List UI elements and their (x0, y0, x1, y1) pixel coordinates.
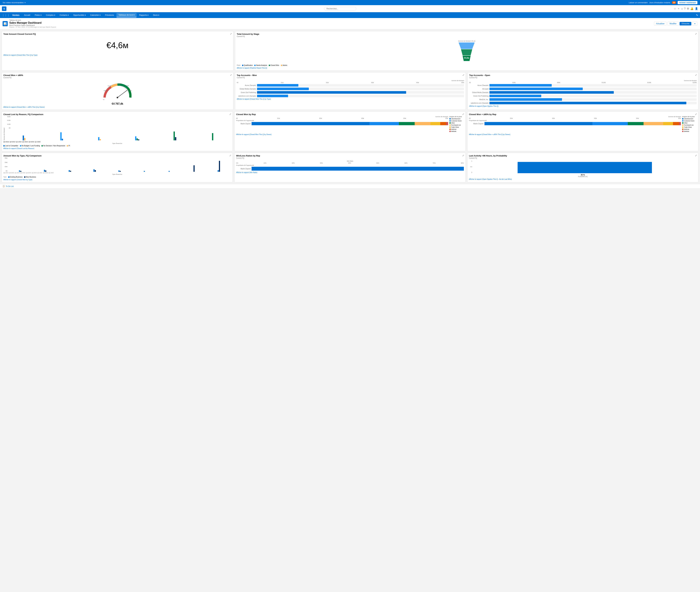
expand-closed-won[interactable]: ⤢ (230, 74, 232, 76)
won-80-rep-chart: Somme de Montant €0€1м€2м€3м€4м€5м Propr… (469, 116, 681, 126)
bar-row-acme-open: Acme (Sample) (469, 84, 697, 87)
legend-autres: Autres (281, 64, 287, 66)
bar-fill (489, 91, 614, 94)
link-closed-won-gauge[interactable]: Afficher le rapport (Closed Won + ≥80% T… (3, 106, 232, 108)
buy-now-button[interactable]: Acheter maintenant (678, 1, 697, 4)
win-ratio-yaxis-label: Propriétaire de l'opportunité (236, 164, 464, 166)
dashboard-subtitle: Best Practices Sales Dashboard (9, 24, 56, 26)
top-won-axis-label: Somme de Montant (237, 80, 464, 82)
legend-80-customer-event: Customer Event (682, 120, 697, 122)
expand-won-type[interactable]: ⤢ (229, 154, 231, 157)
link-by-stage[interactable]: Afficher le rapport (Pipeline Report Thi… (237, 67, 697, 69)
win-ratio-bar (252, 167, 464, 170)
bar-label: Acme (Sample) (469, 85, 488, 86)
last-activity-bar (518, 162, 652, 173)
expand-won-80-rep[interactable]: ⤢ (695, 113, 697, 115)
legend-80-advertisement: Advertisement (682, 118, 697, 119)
home-icon[interactable]: ⌂ (681, 7, 683, 10)
bar-track (257, 95, 464, 97)
bar-fill (489, 88, 583, 90)
svg-text:€4,8м: €4,8м (128, 90, 132, 91)
bar-q3-2015 (107, 159, 132, 172)
link-won-80-rep[interactable]: Afficher le rapport (Closed Won + ≥80% T… (469, 134, 697, 135)
expand-last-activity[interactable]: ⤢ (695, 154, 697, 157)
sinscrire-button[interactable]: S'inscrire (680, 22, 691, 26)
menu-pistes[interactable]: Pistes ▾ (33, 13, 43, 17)
card-top-accounts-won: Top Accounts - Won Current FQ ⤢ Somme de… (235, 72, 466, 110)
won-rep-legend: Origine de la piste Advertisement Custom… (449, 116, 464, 133)
bar-row-sf-open: salesforce.com (Sample) (469, 102, 697, 104)
bar-q1-2023 (182, 159, 206, 172)
menu-rapports[interactable]: Rapports ▾ (137, 13, 150, 17)
bar-track (489, 102, 697, 104)
top-open-bars: Acme (Sample) AirLiquid Global Media (Sa… (469, 84, 697, 104)
menu-tableaux-de-bord[interactable]: Tableaux de bord ▾ (116, 13, 137, 17)
card-title-top-won: Top Accounts - Won (237, 74, 464, 77)
link-top-open[interactable]: Afficher le rapport (Open Oppties This Q… (469, 105, 697, 107)
bar-track (489, 84, 697, 87)
won-type-yaxis: €6м€4м€2м€0 (3, 157, 7, 172)
link-won-type[interactable]: Afficher le rapport (Closed Won by Type) (3, 179, 231, 181)
link-top-won[interactable]: Afficher le rapport (Closed Won This Q b… (237, 98, 464, 100)
bar-track (257, 84, 464, 87)
user-icon[interactable]: 👤 (695, 7, 698, 10)
search-input[interactable] (324, 7, 356, 11)
notifications-icon[interactable]: 🔔 (690, 7, 694, 10)
expand-total-closed[interactable]: ⤢ (230, 33, 232, 35)
todo-text[interactable]: To Do List (6, 185, 14, 187)
won-80-rep-yaxis-label: Propriétaire de l'opportunité (469, 120, 681, 121)
settings-icon[interactable]: ⚙ (687, 7, 689, 10)
expand-top-won[interactable]: ⤢ (463, 74, 464, 76)
legend-lost-competitor: Lost to Competitor (3, 145, 18, 147)
legend-trade-show: Trade Show (449, 126, 464, 128)
bar-q2-2015 (83, 159, 107, 172)
bar-fill (257, 84, 299, 87)
edit-icon[interactable]: ✎ (696, 14, 698, 17)
menu-devis[interactable]: Devis ▾ (151, 13, 161, 17)
dashboard-header: 📊 Tableau de bord Sales Manager Dashboar… (0, 18, 700, 30)
card-subtitle-top-open: Current FQ (469, 77, 697, 79)
last-activity-note: 35 % (469, 174, 697, 176)
menu-contacts[interactable]: Contacts ▾ (58, 13, 71, 17)
expand-closed-lost[interactable]: ⤢ (229, 113, 231, 115)
expand-won-rep[interactable]: ⤢ (462, 113, 464, 115)
actualiser-button[interactable]: Actualiser (654, 22, 667, 26)
legend-label-closed-won: Closed Won (271, 64, 279, 66)
more-options-button[interactable]: ▾ (692, 22, 697, 26)
banner-trial-text: Jours d'évaluation restants (649, 2, 670, 4)
expand-by-stage[interactable]: ⤢ (695, 33, 697, 35)
top-open-axis-label: Somme de Montant (469, 80, 697, 82)
link-won-rep[interactable]: Afficher le rapport (Closed Won This Q b… (236, 134, 464, 135)
menu-accueil[interactable]: Accueil (22, 13, 32, 17)
help-icon[interactable]: ? (684, 7, 686, 10)
add-icon[interactable]: ＋ (677, 7, 680, 10)
bar-track (489, 91, 697, 94)
app-name: Ventes (10, 13, 21, 17)
menu-calendrier[interactable]: Calendrier ▾ (88, 13, 102, 17)
top-accounts-group: Top Accounts - Won Current FQ ⤢ Somme de… (235, 72, 698, 110)
expand-top-open[interactable]: ⤢ (695, 74, 697, 76)
menu-previsions[interactable]: Prévisions (103, 13, 116, 17)
link-closed-lost[interactable]: Afficher le rapport (Closed Lost by Reas… (3, 148, 231, 149)
menu-comptes[interactable]: Comptes ▾ (44, 13, 57, 17)
banner-comment-text[interactable]: Laisser un commentaire (629, 2, 648, 4)
card-subtitle-closed-won: Current FQ (3, 77, 232, 79)
expand-win-loss[interactable]: ⤢ (462, 154, 464, 157)
link-total-closed[interactable]: Afficher le rapport (Closed Won This Q b… (3, 54, 232, 56)
modifier-button[interactable]: Modifier (667, 22, 679, 26)
menu-opportunites[interactable]: Opportunités ▾ (71, 13, 88, 17)
v-bar-group-q3-2014 (6, 129, 43, 140)
link-last-activity[interactable]: Afficher le rapport (Open Oppties This Q… (469, 178, 697, 180)
v-bar-group-q1-2020 (194, 129, 231, 140)
dashboard-meta: Depuis : 27 févr. 2024, 17:12 Affichage … (9, 26, 56, 28)
last-activity-xlabel: Probabilité (%) (469, 176, 697, 178)
won-80-rep-axis-values: €0€1м€2м€3м€4м€5м (469, 117, 681, 119)
star-icon[interactable]: ☆ (674, 7, 676, 10)
link-win-loss[interactable]: Afficher le rapport (Win Ratio) (236, 171, 464, 174)
bar-track (257, 91, 464, 94)
card-title-by-stage: Total Amount by Stage (237, 33, 697, 35)
rep-name-martin-80: Martin Dupont (469, 123, 484, 125)
bottom-bar: 📋 To Do List (0, 184, 700, 188)
bar-row-green-open: Green Dot Publishing (469, 95, 697, 97)
breadcrumb: Tableau de bord (9, 19, 56, 21)
